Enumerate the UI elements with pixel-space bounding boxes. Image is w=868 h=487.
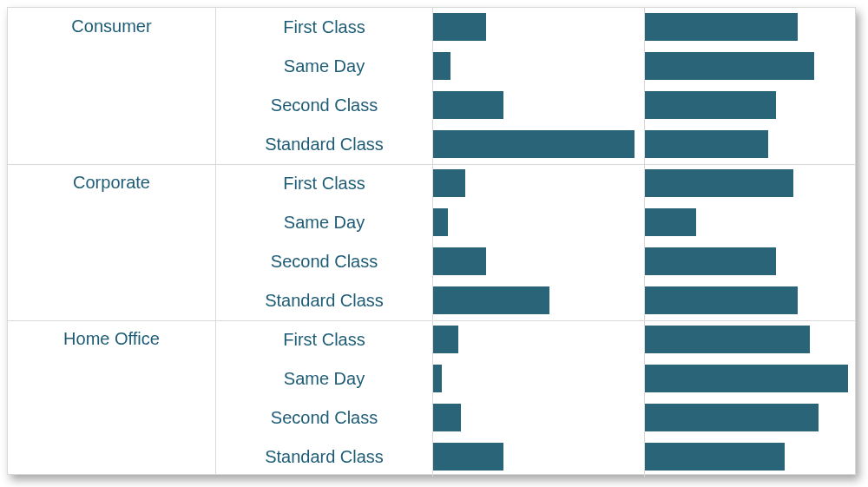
metric-1-cell bbox=[433, 47, 645, 86]
ship-mode-cell: Second Class bbox=[216, 86, 433, 125]
ship-mode-label: Second Class bbox=[216, 242, 432, 281]
bar-metric-1 bbox=[433, 404, 461, 431]
metric-2-cell bbox=[645, 164, 857, 203]
bar-metric-2 bbox=[645, 404, 819, 431]
bar-metric-2 bbox=[645, 443, 785, 471]
ship-mode-cell: Second Class bbox=[216, 242, 433, 281]
bar-metric-1 bbox=[433, 443, 503, 471]
rows-container: First ClassSame DaySecond ClassStandard … bbox=[8, 8, 855, 474]
ship-mode-label: Same Day bbox=[216, 47, 432, 86]
ship-mode-label: First Class bbox=[216, 320, 432, 359]
ship-mode-cell: Same Day bbox=[216, 203, 433, 242]
metric-2-cell bbox=[645, 359, 857, 398]
bar-metric-2 bbox=[645, 91, 776, 119]
metric-1-cell bbox=[433, 8, 645, 47]
bar-metric-1 bbox=[433, 52, 450, 80]
ship-mode-cell: Same Day bbox=[216, 47, 433, 86]
metric-1-cell bbox=[433, 125, 645, 164]
bar-metric-1 bbox=[433, 208, 448, 236]
metric-2-cell bbox=[645, 242, 857, 281]
table-row: Standard Class bbox=[8, 125, 855, 164]
metric-2-cell bbox=[645, 203, 857, 242]
bar-metric-1 bbox=[433, 91, 503, 119]
table-row: Same Day bbox=[8, 359, 855, 398]
ship-mode-cell: First Class bbox=[216, 164, 433, 203]
metric-1-cell bbox=[433, 86, 645, 125]
ship-mode-label: Same Day bbox=[216, 359, 432, 398]
metric-1-cell bbox=[433, 438, 645, 477]
bar-metric-1 bbox=[433, 13, 486, 41]
metric-1-cell bbox=[433, 242, 645, 281]
metric-1-cell bbox=[433, 398, 645, 438]
ship-mode-cell: First Class bbox=[216, 8, 433, 47]
bar-metric-1 bbox=[433, 130, 635, 158]
bar-metric-2 bbox=[645, 247, 776, 275]
ship-mode-label: Second Class bbox=[216, 398, 432, 438]
table-row: First Class bbox=[8, 164, 855, 203]
ship-mode-label: Standard Class bbox=[216, 281, 432, 320]
metric-2-cell bbox=[645, 86, 857, 125]
metric-1-cell bbox=[433, 203, 645, 242]
ship-mode-cell: Standard Class bbox=[216, 281, 433, 320]
bar-metric-1 bbox=[433, 286, 549, 314]
table-row: Same Day bbox=[8, 47, 855, 86]
ship-mode-cell: Standard Class bbox=[216, 438, 433, 477]
table-row: Second Class bbox=[8, 86, 855, 125]
table-row: Same Day bbox=[8, 203, 855, 242]
metric-2-cell bbox=[645, 281, 857, 320]
ship-mode-cell: Same Day bbox=[216, 359, 433, 398]
bar-metric-2 bbox=[645, 130, 768, 158]
ship-mode-label: Standard Class bbox=[216, 125, 432, 164]
metric-1-cell bbox=[433, 359, 645, 398]
ship-mode-label: First Class bbox=[216, 8, 432, 47]
ship-mode-cell: Standard Class bbox=[216, 125, 433, 164]
metric-2-cell bbox=[645, 438, 857, 477]
metric-2-cell bbox=[645, 398, 857, 438]
bar-metric-2 bbox=[645, 365, 848, 392]
ship-mode-cell: First Class bbox=[216, 320, 433, 359]
metric-1-cell bbox=[433, 320, 645, 359]
metric-2-cell bbox=[645, 47, 857, 86]
chart-panel: Consumer Corporate Home Office First Cla… bbox=[7, 7, 856, 475]
table-row: Standard Class bbox=[8, 438, 855, 477]
bar-metric-2 bbox=[645, 13, 798, 41]
ship-mode-label: Same Day bbox=[216, 203, 432, 242]
ship-mode-label: Second Class bbox=[216, 86, 432, 125]
bar-metric-1 bbox=[433, 365, 442, 392]
ship-mode-label: First Class bbox=[216, 164, 432, 203]
ship-mode-cell: Second Class bbox=[216, 398, 433, 438]
metric-2-cell bbox=[645, 125, 857, 164]
bar-metric-1 bbox=[433, 169, 465, 197]
metric-2-cell bbox=[645, 8, 857, 47]
table-row: Second Class bbox=[8, 398, 855, 438]
bar-metric-2 bbox=[645, 52, 814, 80]
bar-metric-2 bbox=[645, 326, 810, 353]
metric-1-cell bbox=[433, 164, 645, 203]
metric-1-cell bbox=[433, 281, 645, 320]
table-row: Second Class bbox=[8, 242, 855, 281]
table-row: First Class bbox=[8, 320, 855, 359]
ship-mode-label: Standard Class bbox=[216, 438, 432, 477]
metric-2-cell bbox=[645, 320, 857, 359]
bar-metric-2 bbox=[645, 286, 798, 314]
bar-metric-1 bbox=[433, 326, 458, 353]
bar-metric-2 bbox=[645, 169, 793, 197]
table-row: First Class bbox=[8, 8, 855, 47]
table-row: Standard Class bbox=[8, 281, 855, 320]
bar-metric-2 bbox=[645, 208, 696, 236]
bar-metric-1 bbox=[433, 247, 486, 275]
